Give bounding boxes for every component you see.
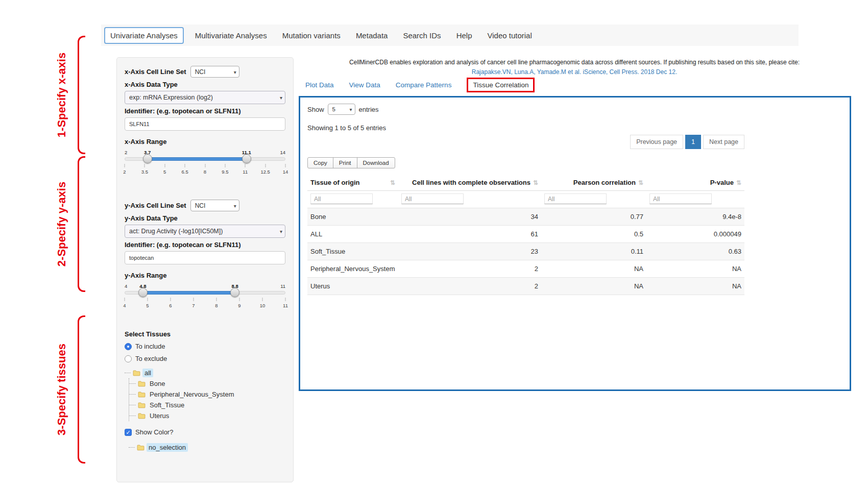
x-identifier-input[interactable]: [125, 117, 285, 131]
show-color-checkbox[interactable]: ✓ Show Color?: [125, 428, 285, 436]
page-length-select[interactable]: 5 ▾: [328, 104, 355, 115]
sort-icon[interactable]: ⇅: [736, 179, 741, 186]
entries-label: entries: [359, 106, 379, 113]
column-header-cell-lines[interactable]: Cell lines with complete observations ⇅: [398, 175, 541, 191]
filter-tissue-input[interactable]: [310, 193, 373, 204]
x-range-label: x-Axis Range: [125, 138, 285, 145]
print-button[interactable]: Print: [333, 157, 357, 168]
y-cell-line-set-label: y-Axis Cell Line Set: [125, 202, 186, 209]
column-header-p-value[interactable]: P-value ⇅: [646, 175, 744, 191]
control-sidebar: x-Axis Cell Line Set NCI ▾ x-Axis Data T…: [116, 57, 294, 482]
x-range-min: 2: [125, 150, 127, 155]
tree-node-soft-tissue[interactable]: Soft_Tissue: [129, 400, 285, 410]
previous-page-button[interactable]: Previous page: [630, 135, 683, 149]
x-cell-line-set-value: NCI: [195, 68, 206, 76]
x-range-handle-from[interactable]: [143, 154, 152, 163]
x-data-type-select[interactable]: exp: mRNA Expression (log2) ▾: [125, 91, 285, 104]
x-range-selected-bar[interactable]: [148, 157, 247, 161]
folder-icon: [138, 402, 146, 408]
y-range-handle-to[interactable]: [230, 288, 239, 297]
x-tick-label: 9.5: [222, 169, 228, 175]
x-tick-label: 2: [123, 169, 126, 175]
tree-node-bone[interactable]: Bone: [129, 378, 285, 389]
tree-node-no-selection[interactable]: no_selection: [129, 442, 285, 453]
tab-view-data[interactable]: View Data: [349, 81, 380, 89]
y-range-label: y-Axis Range: [125, 272, 285, 279]
y-tick-label: 9: [238, 303, 240, 308]
sort-icon[interactable]: ⇅: [533, 179, 538, 186]
nav-tab-metadata[interactable]: Metadata: [352, 28, 392, 43]
y-range-selected-bar[interactable]: [143, 291, 235, 295]
table-row-soft-tissue[interactable]: Soft_Tissue 23 0.11 0.63: [307, 243, 744, 260]
radio-unchecked-icon: [125, 355, 132, 362]
y-range-handle-from[interactable]: [138, 288, 148, 297]
x-range-grid: 2 3.5 5 6.5 8 9.5 11 12.5 14: [125, 164, 285, 177]
y-range-max: 11: [280, 283, 285, 289]
sort-icon[interactable]: ⇅: [390, 179, 395, 186]
next-page-button[interactable]: Next page: [703, 135, 744, 149]
tissues-exclude-radio[interactable]: To exclude: [125, 355, 285, 362]
download-button[interactable]: Download: [357, 157, 395, 168]
y-cell-line-set-select[interactable]: NCI ▾: [190, 200, 239, 211]
y-range-grid: 4 5 6 7 8 9 10 11: [125, 298, 285, 311]
folder-icon: [137, 444, 144, 451]
sort-icon[interactable]: ⇅: [638, 179, 643, 186]
x-tick-label: 3.5: [141, 169, 148, 175]
copy-button[interactable]: Copy: [307, 157, 333, 168]
tree-node-uterus[interactable]: Uterus: [129, 410, 285, 421]
table-row-peripheral-nervous-system[interactable]: Peripheral_Nervous_System 2 NA NA: [307, 260, 744, 278]
tab-compare-patterns[interactable]: Compare Patterns: [396, 81, 452, 89]
y-tick-label: 10: [260, 303, 266, 308]
selection-tree: no_selection: [129, 442, 285, 453]
citation-block: CellMinerCDB enables exploration and ana…: [299, 58, 850, 77]
filter-pearson-input[interactable]: [544, 193, 607, 204]
y-tick-label: 5: [146, 303, 149, 308]
nav-tab-search-ids[interactable]: Search IDs: [399, 28, 445, 43]
page-1-button[interactable]: 1: [685, 135, 701, 149]
radio-checked-icon: [125, 343, 132, 350]
filter-cell-lines-input[interactable]: [401, 193, 464, 204]
x-cell-line-set-select[interactable]: NCI ▾: [190, 66, 239, 78]
tab-tissue-correlation[interactable]: Tissue Correlation: [467, 78, 535, 92]
include-label: To include: [135, 343, 165, 350]
nav-tab-help[interactable]: Help: [452, 28, 476, 43]
tissues-include-radio[interactable]: To include: [125, 343, 285, 350]
x-data-type-label: x-Axis Data Type: [125, 81, 285, 88]
main-nav: Univariate Analyses Multivariate Analyse…: [101, 25, 799, 46]
cellminercdb-app: { "annotations": { "step1": "1-Specify x…: [0, 0, 868, 488]
citation-link[interactable]: Rajapakse.VN, Luna.A, Yamade.M et al. iS…: [299, 68, 850, 77]
table-row-bone[interactable]: Bone 34 0.77 9.4e-8: [307, 208, 744, 226]
page-length-control: Show 5 ▾ entries: [307, 104, 744, 115]
column-header-tissue-of-origin[interactable]: Tissue of origin ⇅: [307, 175, 398, 191]
column-header-pearson-correlation[interactable]: Pearson correlation ⇅: [541, 175, 646, 191]
y-tick-label: 8: [215, 303, 218, 308]
y-tick-label: 11: [283, 303, 288, 308]
x-tick-label: 5: [163, 169, 166, 175]
tree-node-all-label: all: [142, 369, 153, 377]
y-data-type-select[interactable]: act: Drug Activity (-log10[IC50M]) ▾: [125, 225, 285, 238]
tab-plot-data[interactable]: Plot Data: [305, 81, 334, 89]
tree-node-pns-label: Peripheral_Nervous_System: [148, 390, 236, 399]
y-identifier-input[interactable]: [125, 251, 285, 264]
y-tick-label: 7: [192, 303, 195, 308]
select-tissues-label: Select Tissues: [125, 330, 285, 338]
folder-icon: [133, 370, 140, 376]
nav-tab-univariate-analyses[interactable]: Univariate Analyses: [104, 27, 184, 44]
chevron-down-icon: ▾: [234, 203, 236, 208]
x-data-type-value: exp: mRNA Expression (log2): [129, 94, 213, 101]
y-cell-line-set-value: NCI: [195, 202, 206, 209]
nav-tab-video-tutorial[interactable]: Video tutorial: [483, 28, 536, 43]
filter-pvalue-input[interactable]: [649, 193, 712, 204]
tree-node-peripheral-nervous-system[interactable]: Peripheral_Nervous_System: [129, 389, 285, 400]
tree-node-all[interactable]: all: [125, 368, 285, 378]
annotation-step-1: 1-Specify x-axis: [55, 53, 68, 137]
annotation-step-2: 2-Specify y-axis: [55, 182, 68, 266]
nav-tab-multivariate-analyses[interactable]: Multivariate Analyses: [191, 28, 271, 43]
table-row-all[interactable]: ALL 61 0.5 0.000049: [307, 226, 744, 243]
table-row-uterus[interactable]: Uterus 2 NA NA: [307, 278, 744, 295]
x-tick-label: 12.5: [260, 169, 270, 175]
nav-tab-mutation-variants[interactable]: Mutation variants: [278, 28, 345, 43]
x-range-handle-to[interactable]: [242, 154, 251, 163]
folder-icon: [138, 391, 146, 398]
tree-node-uterus-label: Uterus: [148, 411, 171, 420]
